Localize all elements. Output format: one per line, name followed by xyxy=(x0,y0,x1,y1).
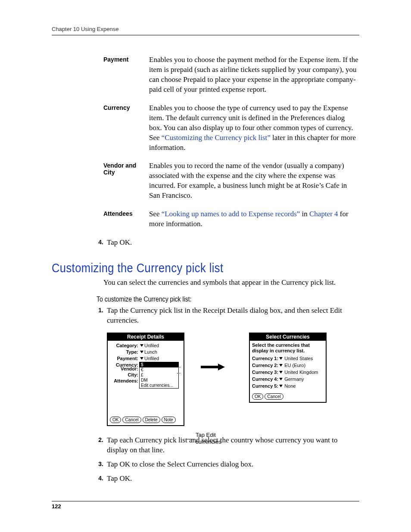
def-term: Vendor and City xyxy=(103,161,149,176)
step-list-upper: 4. Tap OK. xyxy=(93,238,359,248)
def-term: Attendees xyxy=(103,209,149,217)
dropdown-icon[interactable] xyxy=(140,357,143,360)
label-type: Type: xyxy=(110,349,139,355)
def-term: Payment xyxy=(103,55,149,63)
section-title: Customizing the Currency pick list xyxy=(52,261,313,275)
procedure-heading: To customize the Currency pick list: xyxy=(97,296,328,303)
callout-text: Tap Edit currencies xyxy=(196,432,234,446)
link-chapter-4[interactable]: Chapter 4 xyxy=(309,210,338,218)
text: See xyxy=(149,210,162,218)
label-payment: Payment: xyxy=(110,355,139,361)
label-city: City: xyxy=(110,372,138,377)
definition-list: Payment Enables you to choose the paymen… xyxy=(103,55,359,229)
step-number: 4. xyxy=(93,238,107,246)
dropdown-icon[interactable] xyxy=(279,364,283,367)
instruction-text: Select the currencies that display in cu… xyxy=(252,342,324,354)
label-currency-5: Currency 5: xyxy=(252,383,278,389)
def-payment: Payment Enables you to choose the paymen… xyxy=(103,55,359,95)
def-currency: Currency Enables you to choose the type … xyxy=(103,103,359,153)
label-currency-2: Currency 2: xyxy=(252,362,278,368)
note-button[interactable]: Note xyxy=(162,417,176,423)
running-head: Chapter 10 Using Expense xyxy=(52,26,359,35)
callout-tap-edit: Tap Edit currencies xyxy=(186,432,234,446)
cancel-button[interactable]: Cancel xyxy=(122,417,141,423)
ok-button[interactable]: OK xyxy=(252,393,263,400)
callout-line xyxy=(186,439,194,439)
dropdown-option[interactable]: € xyxy=(140,367,178,373)
def-body: Enables you to choose the type of curren… xyxy=(149,103,359,153)
label-currency-3: Currency 3: xyxy=(252,369,278,375)
label-currency-4: Currency 4: xyxy=(252,376,278,382)
label-category: Category: xyxy=(110,342,139,348)
step-number: 1. xyxy=(93,306,107,314)
text: in xyxy=(300,210,309,218)
svg-marker-1 xyxy=(218,364,225,370)
value-type[interactable]: Lunch xyxy=(144,349,157,355)
figure-currency-picklist: Receipt Details Category: Unfiled Type: … xyxy=(107,333,359,426)
step-text: Tap OK. xyxy=(107,238,359,248)
def-term: Currency xyxy=(103,103,149,111)
dropdown-icon[interactable] xyxy=(279,371,283,373)
dropdown-option[interactable]: £ xyxy=(140,373,178,378)
dialog-title: Select Currencies xyxy=(250,333,326,341)
step-text: Tap OK. xyxy=(107,474,359,484)
label-currency-1: Currency 1: xyxy=(252,355,278,361)
dialog-title: Receipt Details xyxy=(108,333,184,341)
value-currency-1[interactable]: United States xyxy=(284,355,313,361)
step-1: 1. Tap the Currency pick list in the Rec… xyxy=(93,306,359,326)
dropdown-icon[interactable] xyxy=(279,357,283,360)
dropdown-icon[interactable] xyxy=(140,351,143,353)
step-number: 2. xyxy=(93,436,107,443)
page-number: 122 xyxy=(52,501,359,510)
def-body: See “Looking up names to add to Expense … xyxy=(149,209,359,229)
value-category[interactable]: Unfiled xyxy=(144,342,159,348)
dropdown-icon[interactable] xyxy=(279,385,283,387)
def-body: Enables you to choose the payment method… xyxy=(149,55,359,95)
step-number: 3. xyxy=(93,460,107,467)
def-body: Enables you to record the name of the ve… xyxy=(149,161,359,201)
link-customizing-currency[interactable]: “Customizing the Currency pick list” xyxy=(162,134,271,142)
step-3: 3. Tap OK to close the Select Currencies… xyxy=(93,460,359,470)
svg-rect-0 xyxy=(201,366,218,368)
def-vendor-city: Vendor and City Enables you to record th… xyxy=(103,161,359,201)
label-attendees: Attendees: xyxy=(110,378,138,383)
section-intro: You can select the currencies and symbol… xyxy=(103,278,359,288)
value-currency-4[interactable]: Germany xyxy=(284,376,304,382)
dialog-select-currencies: Select Currencies Select the currencies … xyxy=(249,333,327,403)
value-currency-3[interactable]: United Kingdom xyxy=(284,369,318,375)
dropdown-option-edit[interactable]: Edit currencies... xyxy=(140,383,178,388)
step-4: 4. Tap OK. xyxy=(93,474,359,484)
city-field[interactable] xyxy=(177,373,181,373)
cancel-button[interactable]: Cancel xyxy=(265,393,283,400)
dropdown-option[interactable]: DM xyxy=(140,378,178,383)
dropdown-icon[interactable] xyxy=(140,344,143,347)
value-currency-5[interactable]: None xyxy=(284,383,296,389)
step-list-lower: 1. Tap the Currency pick list in the Rec… xyxy=(93,306,359,326)
step-text: Tap the Currency pick list in the Receip… xyxy=(107,306,359,326)
label-vendor: Vendor: xyxy=(110,366,138,371)
def-attendees: Attendees See “Looking up names to add t… xyxy=(103,209,359,229)
delete-button[interactable]: Delete xyxy=(143,417,160,423)
value-currency-2[interactable]: EU (Euro) xyxy=(284,362,305,368)
ok-button[interactable]: OK xyxy=(110,417,121,423)
arrow-icon xyxy=(201,364,225,370)
step-text: Tap OK to close the Select Currencies di… xyxy=(107,460,359,470)
currency-dropdown[interactable]: $ € £ DM Edit currencies... xyxy=(139,362,179,389)
dropdown-option[interactable]: $ xyxy=(140,362,178,367)
dropdown-icon[interactable] xyxy=(279,378,283,380)
step-number: 4. xyxy=(93,474,107,482)
vendor-field[interactable] xyxy=(177,367,181,367)
link-looking-up-names[interactable]: “Looking up names to add to Expense reco… xyxy=(162,210,300,218)
step-4-upper: 4. Tap OK. xyxy=(93,238,359,248)
value-payment[interactable]: Unfiled xyxy=(144,355,159,361)
dialog-receipt-details: Receipt Details Category: Unfiled Type: … xyxy=(107,333,184,426)
